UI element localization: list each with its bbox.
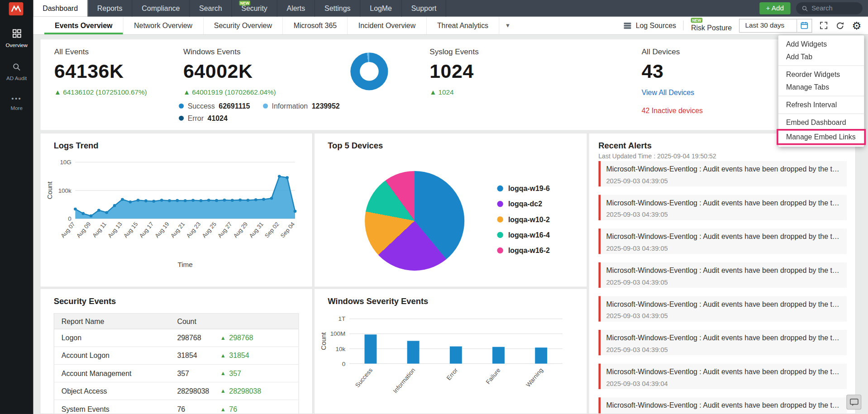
alert-item[interactable]: Microsoft-Windows-Eventlog : Audit event… (598, 161, 847, 186)
date-range-select[interactable]: Last 30 days (739, 19, 797, 33)
pie-legend-item[interactable]: logqa-w16-2 (497, 246, 549, 254)
settings-menu-item[interactable]: Add Widgets (778, 38, 864, 50)
settings-menu-item[interactable]: Embed Dashboard (778, 116, 864, 129)
risk-posture-label: Risk Posture (691, 24, 732, 32)
svg-text:Aug 29: Aug 29 (232, 221, 249, 239)
top-devices-widget: Top 5 Devices logqa-w19-6logqa-dc2logqa-… (314, 133, 587, 287)
legend-label: logqa-w19-6 (508, 184, 550, 192)
search-input[interactable] (811, 5, 857, 12)
view-all-devices-link[interactable]: View All Devices (642, 89, 703, 97)
table-row[interactable]: Logon 298768 ▲298768 (54, 329, 298, 347)
dashboard-tab[interactable]: Microsoft 365 (283, 17, 348, 34)
up-arrow-icon: ▲ (220, 406, 226, 412)
nav-tab[interactable]: Alerts (277, 0, 315, 17)
nav-tab[interactable]: Support (402, 0, 447, 17)
alert-item[interactable]: Microsoft-Windows-Eventlog : Audit event… (598, 364, 847, 389)
app-logo[interactable] (5, 2, 26, 16)
stat-label: All Devices (642, 47, 703, 56)
widget-title: Security Events (54, 296, 312, 305)
dashboard-tab[interactable]: Events Overview (44, 17, 124, 34)
nav-tab[interactable]: NEW Security (232, 0, 277, 17)
alert-item[interactable]: Microsoft-Windows-Eventlog : Audit event… (598, 228, 847, 254)
legend-dot-icon (497, 186, 503, 191)
stat-trend: ▲ 64001919 (10702662.04%) (183, 89, 276, 96)
settings-menu-item[interactable]: Reorder Widgets (778, 68, 864, 81)
pie-legend-item[interactable]: logqa-w19-6 (497, 184, 549, 192)
stat-value: 64136K (54, 60, 147, 82)
windows-events-legend: Success 62691115 Information 1239952 Err… (179, 102, 370, 122)
report-name-cell: Account Management (54, 369, 177, 377)
widget-title: Top 5 Devices (328, 141, 587, 150)
refresh-button[interactable] (835, 21, 845, 30)
nav-tab[interactable]: Dashboard (33, 0, 88, 17)
dashboard-tab-label: Network Overview (134, 21, 192, 29)
alerts-list[interactable]: Microsoft-Windows-Eventlog : Audit event… (598, 161, 847, 414)
search-box[interactable] (796, 2, 863, 14)
alert-item[interactable]: Microsoft-Windows-Eventlog : Audit event… (598, 262, 847, 288)
alert-item[interactable]: Microsoft-Windows-Eventlog : Audit event… (598, 397, 847, 413)
alert-item[interactable]: Microsoft-Windows-Eventlog : Audit event… (598, 330, 847, 355)
pie-legend-item[interactable]: logqa-w16-4 (497, 231, 549, 239)
risk-posture-button[interactable]: NEW Risk Posture (691, 19, 732, 32)
trend-cell: ▲76 (220, 405, 237, 413)
pie-legend-item[interactable]: logqa-w10-2 (497, 215, 549, 224)
up-arrow-icon: ▲ (220, 335, 226, 341)
legend-dot-icon (263, 104, 268, 109)
dashboard-tab[interactable]: Security Overview (204, 17, 283, 34)
add-button[interactable]: + Add (759, 2, 791, 14)
dashboard-tab[interactable]: Network Overview (124, 17, 204, 34)
dashboard-tabbar: Events Overview Network Overview Securit… (33, 17, 868, 35)
fullscreen-button[interactable] (819, 21, 828, 30)
stat-trend: ▲ 64136102 (10725100.67%) (54, 89, 147, 96)
dashboard-tab-label: Incident Overview (358, 21, 415, 29)
legend-label: logqa-w16-4 (508, 231, 550, 239)
legend-dot-icon (497, 201, 503, 207)
svg-text:Sep 02: Sep 02 (263, 221, 281, 239)
alert-timestamp: 2025-09-03 04:39:05 (606, 245, 841, 252)
table-row[interactable]: Object Access 28298038 ▲28298038 (54, 382, 298, 400)
nav-tab[interactable]: Search (190, 0, 232, 17)
calendar-button[interactable] (797, 19, 812, 33)
settings-menu-item[interactable]: Refresh Interval (778, 99, 864, 114)
alert-item[interactable]: Microsoft-Windows-Eventlog : Audit event… (598, 296, 847, 321)
count-cell: 298768 (177, 334, 220, 342)
pie-legend-item[interactable]: logqa-dc2 (497, 200, 549, 208)
dashboard-tab-label: Microsoft 365 (294, 21, 337, 29)
nav-tab[interactable]: LogMe (361, 0, 402, 17)
tabs-overflow-chevron-icon[interactable]: ▾ (500, 17, 516, 34)
settings-gear-button[interactable]: ⚙ (852, 20, 861, 31)
dashboard-tab[interactable]: Threat Analytics (427, 17, 500, 34)
sidebar-item-overview[interactable]: Overview (0, 22, 33, 56)
legend-dot-icon (497, 216, 503, 222)
sidebar-item-more[interactable]: ••• More (0, 89, 33, 119)
dashboard-tab[interactable]: Incident Overview (348, 17, 427, 34)
svg-text:Count: Count (320, 333, 327, 350)
settings-menu-item[interactable]: Add Tab (778, 50, 864, 66)
trend-value: 31854 (229, 352, 249, 360)
widget-title: Logs Trend (54, 141, 312, 150)
stat-value: 64002K (183, 60, 276, 82)
svg-text:Aug 19: Aug 19 (153, 221, 171, 239)
nav-tab[interactable]: Compliance (133, 0, 190, 17)
stat-value: 1024 (429, 60, 479, 82)
nav-tab[interactable]: Reports (88, 0, 133, 17)
feedback-chat-button[interactable] (846, 395, 861, 409)
table-row[interactable]: Account Logon 31854 ▲31854 (54, 347, 298, 365)
nav-tab[interactable]: Settings (315, 0, 360, 17)
settings-menu-item[interactable]: Manage Tabs (778, 81, 864, 96)
alert-timestamp: 2025-09-03 04:39:05 (606, 177, 841, 185)
alert-item[interactable]: Microsoft-Windows-Eventlog : Audit event… (598, 195, 847, 220)
column-header: Report Name (54, 317, 177, 325)
recent-alerts-widget: Recent Alerts Last Updated Time : 2025-0… (588, 133, 856, 414)
settings-menu-item[interactable]: Manage Embed Links (778, 131, 864, 143)
table-row[interactable]: Account Management 357 ▲357 (54, 365, 298, 382)
sidebar-item-ad-audit[interactable]: AD Audit (0, 55, 33, 88)
top-devices-pie-chart[interactable] (365, 171, 464, 271)
trend-cell: ▲28298038 (220, 387, 261, 395)
sidebar-item-label: Overview (5, 42, 27, 48)
table-row[interactable]: System Events 76 ▲76 (54, 400, 298, 414)
top-navbar: Dashboard Reports Compliance Search NEW … (33, 0, 868, 17)
log-sources-icon (624, 22, 632, 29)
windows-events-donut-chart (350, 52, 388, 90)
log-sources-button[interactable]: Log Sources (624, 21, 676, 29)
